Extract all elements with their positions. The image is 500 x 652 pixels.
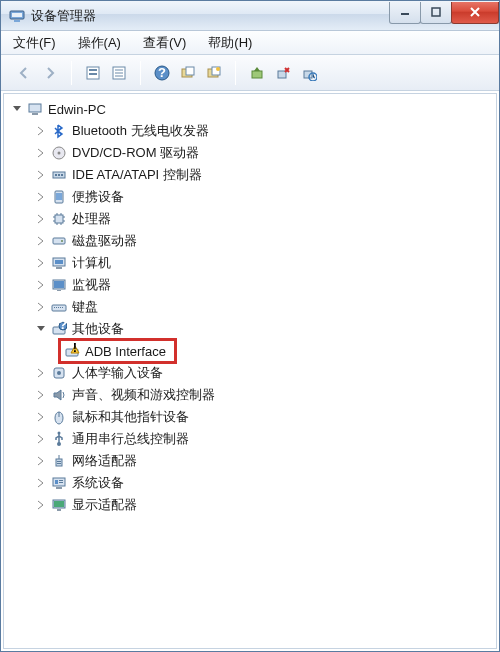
expand-icon[interactable] — [34, 190, 48, 204]
tree-item[interactable]: 显示适配器 — [6, 494, 494, 516]
device-tree[interactable]: Edwin-PC Bluetooth 无线电收发器 DVD/CD-ROM 驱动器… — [3, 93, 497, 649]
svg-rect-48 — [54, 281, 64, 288]
keyboard-icon — [50, 298, 68, 316]
tree-label: 系统设备 — [72, 474, 124, 492]
tree-item[interactable]: 声音、视频和游戏控制器 — [6, 384, 494, 406]
tree-item[interactable]: 通用串行总线控制器 — [6, 428, 494, 450]
expand-icon[interactable] — [34, 454, 48, 468]
tree-label: Bluetooth 无线电收发器 — [72, 122, 209, 140]
usb-icon — [50, 430, 68, 448]
svg-rect-52 — [56, 307, 57, 308]
tree-root[interactable]: Edwin-PC — [6, 98, 494, 120]
svg-rect-69 — [57, 463, 61, 464]
portable-icon — [50, 188, 68, 206]
svg-text:?: ? — [59, 321, 67, 332]
back-button[interactable] — [12, 61, 36, 85]
system-icon — [50, 474, 68, 492]
tree-item[interactable]: 网络适配器 — [6, 450, 494, 472]
show-all-button[interactable] — [202, 61, 226, 85]
svg-rect-6 — [89, 69, 97, 71]
tree-item[interactable]: 监视器 — [6, 274, 494, 296]
tree-item[interactable]: 系统设备 — [6, 472, 494, 494]
uninstall-button[interactable] — [271, 61, 295, 85]
menu-file[interactable]: 文件(F) — [9, 32, 60, 54]
forward-button[interactable] — [38, 61, 62, 85]
tree-item[interactable]: 便携设备 — [6, 186, 494, 208]
tree-item[interactable]: 计算机 — [6, 252, 494, 274]
tree-label: 人体学输入设备 — [72, 364, 163, 382]
tree-item[interactable]: Bluetooth 无线电收发器 — [6, 120, 494, 142]
ide-icon — [50, 166, 68, 184]
expand-icon[interactable] — [34, 278, 48, 292]
tree-label: 鼠标和其他指针设备 — [72, 408, 189, 426]
svg-rect-19 — [252, 71, 262, 78]
collapse-icon[interactable] — [34, 322, 48, 336]
minimize-button[interactable] — [389, 2, 421, 24]
toolbar-separator — [235, 61, 236, 85]
svg-rect-68 — [57, 461, 61, 462]
maximize-button[interactable] — [420, 2, 452, 24]
menu-view[interactable]: 查看(V) — [139, 32, 190, 54]
tree-item-other-devices[interactable]: ? 其他设备 — [6, 318, 494, 340]
expand-icon[interactable] — [34, 388, 48, 402]
collapse-icon[interactable] — [10, 102, 24, 116]
expand-icon[interactable] — [34, 366, 48, 380]
svg-rect-54 — [60, 307, 61, 308]
svg-rect-45 — [55, 260, 63, 264]
expand-icon[interactable] — [34, 432, 48, 446]
expand-icon[interactable] — [34, 410, 48, 424]
svg-rect-4 — [432, 8, 440, 16]
cpu-icon — [50, 210, 68, 228]
svg-rect-30 — [61, 174, 63, 176]
tree-label: 便携设备 — [72, 188, 124, 206]
expand-icon[interactable] — [34, 300, 48, 314]
svg-rect-46 — [56, 267, 62, 269]
expand-icon[interactable] — [34, 476, 48, 490]
close-button[interactable] — [451, 2, 499, 24]
expand-icon[interactable] — [34, 146, 48, 160]
expand-icon[interactable] — [34, 124, 48, 138]
other-devices-icon: ? — [50, 320, 68, 338]
expand-icon[interactable] — [34, 212, 48, 226]
help-button[interactable]: ? — [150, 61, 174, 85]
svg-rect-32 — [56, 193, 62, 200]
svg-point-65 — [57, 442, 61, 446]
svg-rect-72 — [55, 480, 58, 484]
svg-rect-75 — [56, 487, 62, 489]
scan-button[interactable] — [176, 61, 200, 85]
disable-button[interactable] — [297, 61, 321, 85]
svg-rect-53 — [58, 307, 59, 308]
tree-item[interactable]: 鼠标和其他指针设备 — [6, 406, 494, 428]
tree-label: 通用串行总线控制器 — [72, 430, 189, 448]
monitor-icon — [50, 276, 68, 294]
svg-rect-67 — [56, 459, 62, 466]
expand-icon[interactable] — [34, 234, 48, 248]
expand-icon[interactable] — [34, 168, 48, 182]
update-driver-button[interactable] — [245, 61, 269, 85]
svg-rect-78 — [57, 509, 61, 511]
svg-rect-74 — [59, 482, 63, 483]
toolbar: ? — [1, 55, 499, 91]
svg-text:?: ? — [158, 65, 166, 80]
tree-item[interactable]: IDE ATA/ATAPI 控制器 — [6, 164, 494, 186]
tree-item[interactable]: 磁盘驱动器 — [6, 230, 494, 252]
svg-rect-55 — [62, 307, 63, 308]
show-hidden-button[interactable] — [81, 61, 105, 85]
tree-label: IDE ATA/ATAPI 控制器 — [72, 166, 202, 184]
svg-rect-2 — [14, 20, 20, 22]
titlebar: 设备管理器 — [1, 1, 499, 31]
expand-icon[interactable] — [34, 256, 48, 270]
expand-icon[interactable] — [34, 498, 48, 512]
cd-icon — [50, 144, 68, 162]
tree-item-adb-interface[interactable]: ! ADB Interface — [6, 340, 494, 362]
properties-button[interactable] — [107, 61, 131, 85]
tree-item[interactable]: DVD/CD-ROM 驱动器 — [6, 142, 494, 164]
svg-rect-1 — [12, 13, 22, 17]
tree-item[interactable]: 键盘 — [6, 296, 494, 318]
menu-action[interactable]: 操作(A) — [74, 32, 125, 54]
tree-item[interactable]: 处理器 — [6, 208, 494, 230]
svg-point-66 — [58, 432, 61, 435]
svg-rect-51 — [54, 307, 55, 308]
tree-item[interactable]: 人体学输入设备 — [6, 362, 494, 384]
menu-help[interactable]: 帮助(H) — [204, 32, 256, 54]
